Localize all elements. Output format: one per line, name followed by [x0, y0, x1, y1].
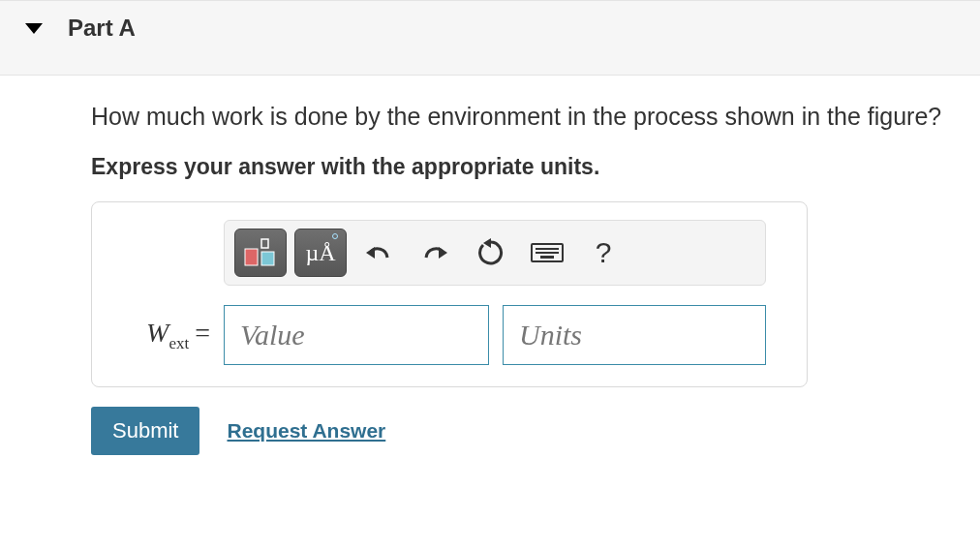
- keyboard-icon: [531, 243, 564, 262]
- svg-marker-5: [483, 238, 491, 248]
- submit-button[interactable]: Submit: [91, 407, 199, 455]
- units-button-label: µÅ: [305, 240, 335, 266]
- variable-subscript: ext: [168, 333, 189, 351]
- question-body: How much work is done by the environment…: [0, 76, 980, 474]
- svg-rect-1: [261, 239, 268, 248]
- redo-icon: [420, 240, 449, 265]
- templates-button[interactable]: [234, 229, 287, 277]
- actions-row: Submit Request Answer: [91, 407, 961, 455]
- undo-button[interactable]: [354, 229, 403, 277]
- value-input[interactable]: Value: [224, 305, 489, 365]
- reset-button[interactable]: [467, 229, 515, 277]
- help-button-label: ?: [596, 236, 612, 269]
- instruction-text: Express your answer with the appropriate…: [91, 154, 961, 180]
- units-button[interactable]: µÅ: [294, 229, 347, 277]
- undo-icon: [364, 240, 393, 265]
- part-header[interactable]: Part A: [0, 0, 980, 76]
- value-placeholder: Value: [240, 319, 305, 351]
- redo-button[interactable]: [411, 229, 459, 277]
- help-button[interactable]: ?: [579, 229, 628, 277]
- ring-accent-icon: [332, 233, 338, 239]
- keyboard-button[interactable]: [523, 229, 571, 277]
- equation-toolbar: µÅ: [224, 220, 766, 286]
- templates-icon: [244, 238, 277, 267]
- equals-sign: =: [195, 318, 210, 348]
- svg-rect-0: [245, 249, 258, 265]
- svg-marker-3: [366, 247, 375, 259]
- variable-main: W: [146, 318, 168, 348]
- reset-icon: [476, 238, 505, 267]
- answer-container: µÅ: [91, 201, 808, 387]
- chevron-down-icon: [25, 23, 43, 34]
- part-title: Part A: [68, 15, 136, 42]
- answer-input-row: Wext= Value Units: [109, 305, 789, 365]
- svg-rect-2: [261, 252, 274, 265]
- request-answer-link[interactable]: Request Answer: [227, 419, 385, 443]
- units-placeholder: Units: [519, 319, 582, 351]
- svg-marker-4: [439, 247, 447, 259]
- question-text: How much work is done by the environment…: [91, 103, 961, 131]
- variable-label: Wext=: [109, 318, 210, 353]
- units-input[interactable]: Units: [503, 305, 766, 365]
